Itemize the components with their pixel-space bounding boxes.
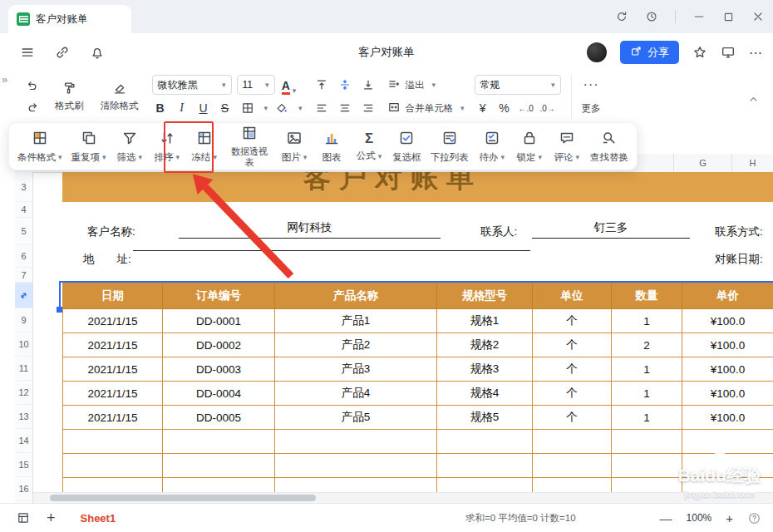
statement-table[interactable]: 日期订单编号产品名称规格型号单位数量单价2021/1/15DD-0001产品1规… xyxy=(62,283,773,503)
row-header-8[interactable] xyxy=(15,283,32,308)
underline-button[interactable]: U xyxy=(195,101,212,115)
table-cell[interactable]: 1 xyxy=(612,382,682,406)
customer-name-value[interactable]: 网钉科技 xyxy=(179,220,441,239)
toolbar-button-dropdown-list[interactable]: 下拉列表 xyxy=(431,130,469,164)
table-cell[interactable]: 产品2 xyxy=(275,333,437,357)
row-header-5[interactable]: 5 xyxy=(15,218,32,245)
toolbar-button-todo[interactable]: 待办▾ xyxy=(478,130,506,164)
row-header-3[interactable]: 3 xyxy=(15,172,32,202)
close-button[interactable] xyxy=(751,10,765,23)
table-cell[interactable]: ¥100.0 xyxy=(682,382,773,406)
table-cell[interactable] xyxy=(612,454,682,478)
table-cell[interactable] xyxy=(437,430,533,454)
row-header-14[interactable]: 14 xyxy=(15,429,32,453)
row-header-16[interactable]: 16 xyxy=(15,477,32,501)
table-cell[interactable] xyxy=(275,430,437,454)
table-cell[interactable]: DD-0004 xyxy=(163,382,275,406)
table-cell[interactable]: 1 xyxy=(612,357,682,382)
row-header-6[interactable]: 6 xyxy=(15,245,32,268)
toolbar-button-filter[interactable]: 筛选▾ xyxy=(116,130,144,164)
address-value[interactable] xyxy=(133,248,530,251)
sheet-list-icon[interactable] xyxy=(17,511,30,525)
table-cell[interactable]: 个 xyxy=(533,382,612,406)
table-cell[interactable]: 产品1 xyxy=(275,309,437,333)
table-cell[interactable] xyxy=(533,454,612,478)
toolbar-button-chart[interactable]: 图表 xyxy=(318,130,346,164)
table-cell[interactable]: 2 xyxy=(612,333,682,357)
row-header-13[interactable]: 13 xyxy=(15,405,32,429)
bold-button[interactable]: B xyxy=(152,101,169,115)
table-cell[interactable]: 1 xyxy=(612,309,682,333)
valign-top-button[interactable] xyxy=(313,75,331,95)
table-cell[interactable]: 产品5 xyxy=(275,406,437,430)
menu-icon[interactable] xyxy=(20,45,35,60)
star-icon[interactable] xyxy=(692,45,707,60)
align-center-button[interactable] xyxy=(336,98,354,118)
bell-icon[interactable] xyxy=(90,45,105,60)
borders-button[interactable] xyxy=(239,98,257,118)
table-cell[interactable]: 产品3 xyxy=(275,357,437,382)
toolbar-button-comment[interactable]: 评论▾ xyxy=(553,130,581,164)
toolbar-button-conditional-format[interactable]: 条件格式▾ xyxy=(17,130,62,164)
column-header-G[interactable]: G xyxy=(673,154,731,172)
minimize-button[interactable] xyxy=(692,10,706,23)
currency-format-button[interactable]: ¥ xyxy=(475,101,491,115)
sync-icon[interactable] xyxy=(615,10,628,23)
scrollbar-thumb[interactable] xyxy=(50,495,316,501)
table-cell[interactable] xyxy=(533,430,612,454)
table-cell[interactable]: DD-0003 xyxy=(163,357,275,382)
table-cell[interactable]: 规格4 xyxy=(437,382,533,406)
table-cell[interactable]: ¥100.0 xyxy=(682,357,773,382)
table-cell[interactable] xyxy=(163,430,275,454)
table-cell[interactable]: 个 xyxy=(533,406,612,430)
increase-decimal-button[interactable]: .0→ xyxy=(539,104,556,113)
table-cell[interactable]: DD-0005 xyxy=(163,406,275,430)
undo-button[interactable] xyxy=(23,76,42,96)
table-cell[interactable]: 规格3 xyxy=(437,357,533,382)
valign-bottom-button[interactable] xyxy=(359,75,377,95)
toolbar-more-dots[interactable]: ··· xyxy=(583,77,599,92)
table-cell[interactable] xyxy=(275,454,437,478)
table-cell[interactable]: 2021/1/15 xyxy=(63,406,163,430)
table-cell[interactable]: 规格2 xyxy=(437,333,533,357)
format-painter-button[interactable]: 格式刷 xyxy=(52,79,87,114)
history-icon[interactable] xyxy=(645,10,658,23)
toolbar-button-picture[interactable]: 图片▾ xyxy=(280,130,308,164)
toolbar-button-checkbox[interactable]: 复选框 xyxy=(392,130,421,164)
table-cell[interactable]: ¥100.0 xyxy=(682,333,773,357)
table-cell[interactable]: 规格1 xyxy=(437,309,533,333)
align-right-button[interactable] xyxy=(359,98,377,118)
toolbar-button-freeze[interactable]: 冻结▾ xyxy=(190,130,219,164)
table-cell[interactable]: 2021/1/15 xyxy=(63,357,163,382)
table-cell[interactable] xyxy=(63,430,163,454)
collapse-toolbar-icon[interactable] xyxy=(747,93,760,108)
table-cell[interactable] xyxy=(163,454,275,478)
merge-cells-button[interactable]: 合并单元格 ▾ xyxy=(387,98,465,119)
present-icon[interactable] xyxy=(721,45,736,60)
table-cell[interactable] xyxy=(437,454,533,478)
italic-button[interactable]: I xyxy=(174,101,190,115)
maximize-button[interactable] xyxy=(722,11,735,23)
table-cell[interactable]: 2021/1/15 xyxy=(63,309,163,333)
table-cell[interactable]: 1 xyxy=(612,406,682,430)
align-left-button[interactable] xyxy=(313,98,331,118)
expand-panel-icon[interactable]: » xyxy=(2,73,7,86)
column-header-H[interactable]: H xyxy=(731,154,773,172)
table-cell[interactable]: 个 xyxy=(533,309,612,333)
row-header-11[interactable]: 11 xyxy=(15,357,32,381)
share-button[interactable]: 分享 xyxy=(620,41,679,64)
table-cell[interactable]: DD-0002 xyxy=(163,333,275,357)
sheet-tab[interactable]: Sheet1 xyxy=(72,504,125,532)
table-cell[interactable]: DD-0001 xyxy=(163,309,275,333)
toolbar-button-lock[interactable]: 锁定▾ xyxy=(515,130,544,164)
fill-color-button[interactable] xyxy=(273,98,291,118)
toolbar-button-duplicates[interactable]: 重复项▾ xyxy=(71,130,106,164)
toolbar-button-formula[interactable]: Σ 公式▾ xyxy=(355,131,383,162)
font-name-select[interactable]: 微软雅黑▾ xyxy=(152,75,232,95)
row-header-10[interactable]: 10 xyxy=(15,332,32,357)
table-cell[interactable]: 2021/1/15 xyxy=(63,333,163,357)
help-icon[interactable] xyxy=(747,511,761,525)
redo-button[interactable] xyxy=(23,97,42,117)
font-color-button[interactable]: A ▾ xyxy=(280,75,298,95)
table-cell[interactable]: 个 xyxy=(533,357,612,382)
